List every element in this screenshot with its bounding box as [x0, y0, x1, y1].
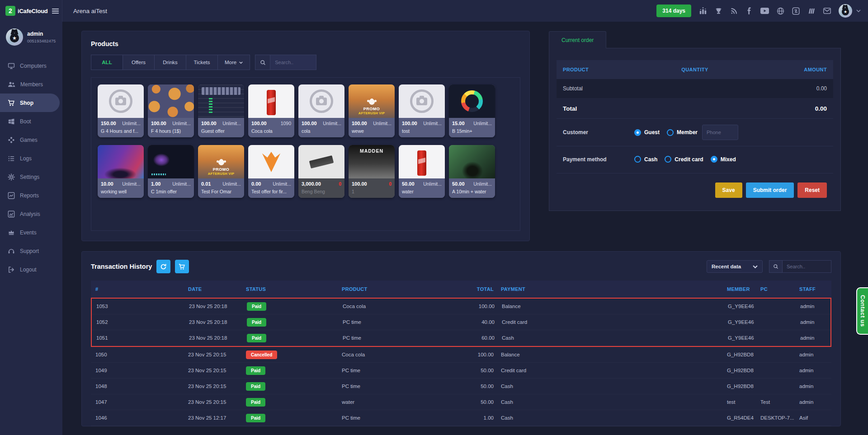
cell-id: 1052 — [96, 319, 189, 325]
product-price: 1.00 — [151, 181, 160, 187]
product-card[interactable]: 15.00Unlimit...B 15min+ — [449, 84, 495, 137]
product-stock: Unlimit... — [222, 121, 241, 126]
data-range-select[interactable]: Recent data — [707, 260, 763, 273]
product-card[interactable]: 10.00Unlimit...working well — [98, 145, 144, 198]
sidebar-item-support[interactable]: Support — [0, 242, 62, 260]
tab-more[interactable]: More — [217, 55, 250, 70]
product-card[interactable]: MADDEN100.0001 — [349, 145, 395, 198]
transaction-header-row: #DATESTATUSPRODUCTTOTALPAYMENTMEMBERPCST… — [91, 281, 831, 298]
sidebar-item-logout[interactable]: Logout — [0, 260, 62, 279]
transaction-search-input[interactable] — [783, 260, 831, 273]
product-card[interactable]: 50.00Unlimit...water — [399, 145, 445, 198]
sidebar-item-members[interactable]: Members — [0, 75, 62, 94]
sidebar-item-shop[interactable]: Shop — [0, 94, 60, 112]
collection-icon[interactable] — [807, 7, 816, 15]
sidebar-item-settings[interactable]: Settings — [0, 168, 62, 186]
product-card[interactable]: PROMOAFTERUSH VIP0.01Unlimit...Test For … — [198, 145, 244, 198]
chevron-down-icon[interactable] — [856, 9, 861, 12]
sidebar-item-events[interactable]: Events — [0, 223, 62, 242]
trophy-icon[interactable] — [715, 7, 722, 15]
transaction-row[interactable]: 104723 Nov 25 20:15Paidwater50.00Cashtes… — [91, 394, 831, 410]
cell-member: G_Y9EE46 — [728, 335, 761, 341]
globe-icon[interactable] — [777, 7, 784, 15]
product-card[interactable]: 100.00Unlimit...cola — [298, 84, 344, 137]
product-card[interactable]: 1.00Unlimit...C 1min offer — [148, 145, 194, 198]
transaction-row[interactable]: 104823 Nov 25 20:15PaidPC time50.00CashG… — [91, 379, 831, 394]
product-card[interactable]: 3,000.000Beng Beng — [298, 145, 344, 198]
cell-total: 1.00 — [465, 415, 501, 421]
transaction-row[interactable]: 105223 Nov 25 20:18PaidPC time40.00Credi… — [92, 314, 830, 330]
cell-date: 23 Nov 25 20:15 — [188, 368, 246, 373]
product-stock: Unlimit... — [172, 181, 191, 187]
transaction-row[interactable]: 105123 Nov 25 20:18PaidPC time60.00CashG… — [92, 330, 830, 346]
sidebar-item-games[interactable]: Games — [0, 131, 62, 149]
phone-input[interactable] — [702, 125, 738, 140]
save-button[interactable]: Save — [715, 182, 742, 198]
product-card[interactable]: 100.00Unlimit...tost — [399, 84, 445, 137]
user-avatar[interactable]: ★ — [839, 4, 852, 18]
product-price: 100.00 — [352, 121, 367, 126]
tab-current-order[interactable]: Current order — [549, 31, 606, 48]
logs-icon — [8, 155, 15, 162]
support-icon — [8, 248, 15, 255]
product-image-text: MADDEN — [349, 145, 395, 178]
product-card[interactable]: 150.00Unlimit...G 4 Hours and f... — [98, 84, 144, 137]
facebook-icon[interactable] — [745, 7, 753, 14]
sidebar-item-label: Logout — [20, 267, 37, 273]
product-card[interactable]: 0.00Unlimit...Test offer for fir... — [248, 145, 294, 198]
hamburger-menu-icon[interactable] — [52, 8, 59, 14]
ranking-icon[interactable] — [699, 7, 707, 15]
product-card[interactable]: 50.00Unlimit...A 10min + water — [449, 145, 495, 198]
order-col-amount: AMOUNT — [739, 67, 827, 72]
radio-option-member[interactable]: Member — [667, 129, 698, 136]
shop-icon — [8, 99, 15, 107]
radio-option-guest[interactable]: Guest — [634, 129, 660, 136]
cell-date: 23 Nov 25 20:15 — [188, 352, 246, 357]
submit-order-button[interactable]: Submit order — [746, 182, 794, 198]
snack-bar-graphic — [309, 155, 334, 168]
icafe-logo-icon[interactable] — [792, 7, 800, 15]
page-title: Arena aiTest — [73, 8, 107, 14]
radio-option-cash[interactable]: Cash — [634, 156, 657, 163]
status-badge: Paid — [247, 318, 266, 327]
rss-icon[interactable] — [730, 7, 738, 15]
sidebar-item-computers[interactable]: Computers — [0, 56, 62, 75]
sidebar-item-reports[interactable]: Reports — [0, 186, 62, 205]
sidebar-user-avatar[interactable]: ★ — [6, 28, 23, 46]
sidebar-item-logs[interactable]: Logs — [0, 149, 62, 168]
main-content: Products ALLOffersDrinksTicketsMore 150.… — [62, 22, 868, 426]
transaction-row[interactable]: 105323 Nov 25 20:18PaidCoca cola100.00Ba… — [92, 299, 830, 314]
youtube-icon[interactable] — [760, 8, 769, 14]
products-search-input[interactable] — [270, 55, 316, 70]
sidebar-item-analysis[interactable]: Analysis — [0, 205, 62, 223]
contact-us-button[interactable]: Contact us — [856, 287, 868, 335]
sidebar-item-boot[interactable]: Boot — [0, 112, 62, 131]
reset-button[interactable]: Reset — [797, 182, 827, 198]
tab-tickets[interactable]: Tickets — [186, 55, 217, 70]
cell-id: 1051 — [96, 335, 189, 341]
tab-drinks[interactable]: Drinks — [154, 55, 186, 70]
subtotal-value: 0.00 — [739, 85, 827, 92]
product-card[interactable]: 100.001090Coca cola — [248, 84, 294, 137]
cell-date: 23 Nov 25 20:15 — [188, 399, 246, 405]
product-card[interactable]: 100.00Unlimit...F 4 hours (1$) — [148, 84, 194, 137]
column-header-product: PRODUCT — [342, 286, 465, 292]
product-card-footer: 50.00Unlimit...water — [399, 178, 445, 198]
transaction-row[interactable]: 104923 Nov 25 20:15PaidPC time50.00Credi… — [91, 363, 831, 379]
cart-button[interactable] — [175, 260, 189, 273]
cell-staff: admin — [800, 304, 826, 309]
transaction-row[interactable]: 105023 Nov 25 20:15CancelledCoca cola100… — [91, 347, 831, 363]
tab-offers[interactable]: Offers — [123, 55, 154, 70]
radio-option-mixed[interactable]: Mixed — [711, 156, 736, 163]
radio-option-credit-card[interactable]: Credit card — [665, 156, 703, 163]
cell-total: 40.00 — [466, 319, 502, 325]
cell-status: Paid — [247, 302, 343, 311]
license-days-badge[interactable]: 314 days — [656, 5, 691, 17]
product-name: Test offer for fir... — [251, 189, 291, 194]
mail-icon[interactable] — [823, 8, 831, 14]
refresh-button[interactable] — [156, 260, 170, 273]
transaction-row[interactable]: 104623 Nov 25 12:17PaidPC time1.00CashG_… — [91, 410, 831, 426]
product-card[interactable]: PROMOAFTERUSH VIP100.00Unlimit...wewe — [349, 84, 395, 137]
tab-all[interactable]: ALL — [91, 55, 123, 70]
product-card[interactable]: 100.00Unlimit...Guest offer — [198, 84, 244, 137]
